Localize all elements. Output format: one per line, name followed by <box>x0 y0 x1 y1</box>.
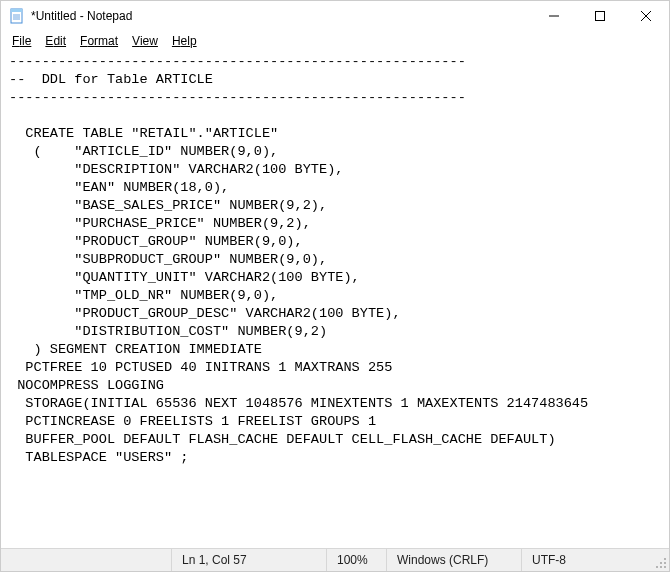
menu-file[interactable]: File <box>5 32 38 50</box>
window-title: *Untitled - Notepad <box>31 9 531 23</box>
svg-point-12 <box>656 566 658 568</box>
menu-bar: File Edit Format View Help <box>1 31 669 51</box>
maximize-button[interactable] <box>577 1 623 31</box>
menu-edit[interactable]: Edit <box>38 32 73 50</box>
svg-point-14 <box>664 566 666 568</box>
minimize-button[interactable] <box>531 1 577 31</box>
svg-rect-6 <box>596 12 605 21</box>
svg-point-13 <box>660 566 662 568</box>
minimize-icon <box>549 11 559 21</box>
svg-point-11 <box>664 562 666 564</box>
svg-point-9 <box>664 558 666 560</box>
text-editor[interactable]: ----------------------------------------… <box>1 51 669 548</box>
svg-rect-1 <box>11 9 22 12</box>
resize-grip-icon <box>655 557 667 569</box>
close-button[interactable] <box>623 1 669 31</box>
notepad-icon <box>9 8 25 24</box>
resize-grip[interactable] <box>651 549 669 571</box>
status-line-ending: Windows (CRLF) <box>386 549 521 571</box>
status-line-col: Ln 1, Col 57 <box>171 549 326 571</box>
close-icon <box>641 11 651 21</box>
maximize-icon <box>595 11 605 21</box>
status-bar: Ln 1, Col 57 100% Windows (CRLF) UTF-8 <box>1 548 669 571</box>
titlebar: *Untitled - Notepad <box>1 1 669 31</box>
status-encoding: UTF-8 <box>521 549 651 571</box>
window-controls <box>531 1 669 31</box>
status-spacer <box>1 549 171 571</box>
menu-help[interactable]: Help <box>165 32 204 50</box>
menu-format[interactable]: Format <box>73 32 125 50</box>
status-zoom: 100% <box>326 549 386 571</box>
svg-point-10 <box>660 562 662 564</box>
menu-view[interactable]: View <box>125 32 165 50</box>
